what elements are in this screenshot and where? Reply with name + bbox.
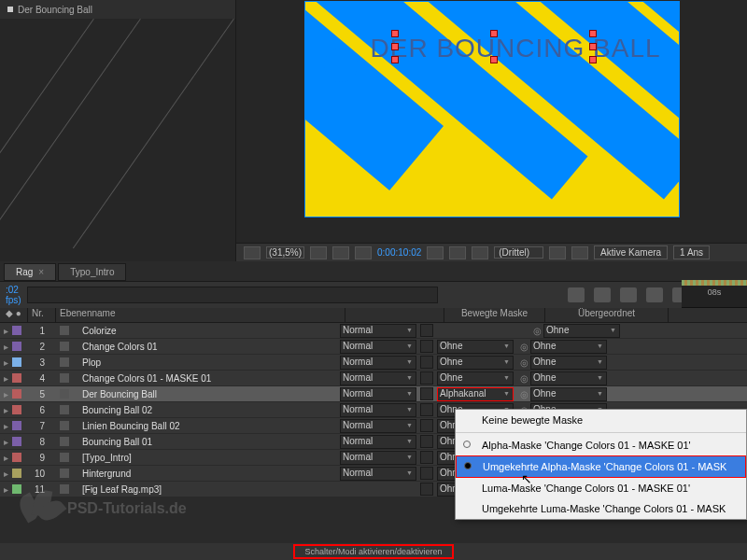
selection-handle-icon[interactable] (490, 56, 498, 63)
selection-handle-icon[interactable] (589, 43, 597, 50)
dropdown-option[interactable]: Umgekehrte Luma-Maske 'Change Colors 01 … (456, 498, 746, 519)
trk-check[interactable] (420, 340, 433, 353)
trk-check[interactable] (420, 435, 433, 448)
col-name[interactable]: Ebenenname (56, 308, 345, 322)
label-color[interactable] (12, 453, 21, 462)
pickwhip-icon[interactable]: ◎ (517, 342, 530, 352)
trk-check[interactable] (420, 387, 433, 400)
layer-row[interactable]: ▸ 1 Colorize Normal ◎ Ohne (0, 323, 747, 339)
dropdown-option[interactable]: Umgekehrte Alpha-Maske 'Change Colors 01… (456, 455, 746, 478)
tab-rag[interactable]: Rag× (4, 263, 56, 281)
layer-row[interactable]: ▸ 5 Der Bouncing Ball Normal Alphakanal … (0, 386, 747, 402)
trk-check[interactable] (420, 371, 433, 385)
trk-check[interactable] (420, 451, 433, 464)
mask-icon[interactable] (310, 246, 327, 259)
camera-dropdown[interactable]: Aktive Kamera (594, 245, 668, 259)
label-color[interactable] (12, 326, 21, 335)
resolution-dropdown[interactable]: (Drittel) (494, 246, 543, 259)
time-ruler[interactable]: 08s (682, 280, 747, 308)
trkmat-dropdown[interactable]: Ohne (437, 340, 514, 354)
zoom-dropdown[interactable]: (31,5%) (266, 246, 304, 259)
label-color[interactable] (12, 437, 21, 446)
views-dropdown[interactable]: 1 Ans (673, 245, 710, 259)
dropdown-option[interactable]: Luma-Maske 'Change Colors 01 - MASKE 01' (456, 478, 746, 498)
parent-dropdown[interactable]: Ohne (530, 356, 607, 370)
toggle-switches-button[interactable]: Schalter/Modi aktivieren/deaktivieren (293, 544, 453, 559)
transparency-icon[interactable] (355, 246, 372, 259)
mode-dropdown[interactable]: Normal (340, 403, 416, 417)
label-color[interactable] (12, 389, 21, 399)
pickwhip-icon[interactable]: ◎ (517, 373, 530, 384)
twirl-icon[interactable]: ▸ (0, 357, 11, 368)
selection-handle-icon[interactable] (391, 56, 399, 63)
mode-dropdown[interactable]: Normal (340, 467, 416, 481)
channel-icon[interactable] (449, 246, 466, 259)
parent-dropdown[interactable]: Ohne (530, 340, 607, 354)
twirl-icon[interactable]: ▸ (0, 469, 11, 479)
twirl-icon[interactable]: ▸ (0, 326, 11, 336)
label-color[interactable] (12, 373, 21, 383)
motion-blur-icon[interactable] (646, 287, 663, 302)
label-color[interactable] (12, 405, 21, 414)
label-color[interactable] (12, 469, 21, 478)
draft3d-icon[interactable] (594, 287, 611, 302)
trkmat-dropdown[interactable]: Ohne (437, 371, 514, 385)
timecode-display[interactable]: 0:00:10:02 (377, 247, 421, 258)
layer-name[interactable]: Linien Bouncing Ball 02 (78, 421, 340, 431)
twirl-icon[interactable]: ▸ (0, 342, 11, 352)
dropdown-option[interactable]: Keine bewegte Maske (456, 410, 746, 430)
pickwhip-icon[interactable]: ◎ (530, 326, 543, 336)
selection-handle-icon[interactable] (391, 30, 399, 37)
mode-dropdown[interactable]: Normal (340, 371, 416, 385)
roi-icon[interactable] (332, 246, 349, 259)
grid-icon[interactable] (244, 246, 261, 259)
selection-handle-icon[interactable] (589, 56, 597, 63)
grid-toggle-icon[interactable] (571, 246, 588, 259)
trk-check[interactable] (420, 467, 433, 480)
guides-icon[interactable] (549, 246, 566, 259)
frame-blend-icon[interactable] (620, 287, 637, 302)
color-mgmt-icon[interactable] (472, 246, 488, 259)
mode-dropdown[interactable]: Normal (340, 435, 416, 449)
layer-name[interactable]: Colorize (78, 326, 340, 336)
layer-name[interactable]: Change Colors 01 (78, 342, 340, 352)
tab-typo-intro[interactable]: Typo_Intro (58, 263, 126, 281)
mode-dropdown[interactable]: Normal (340, 356, 416, 370)
twirl-icon[interactable]: ▸ (0, 373, 11, 384)
trkmat-dropdown[interactable]: Ohne (437, 356, 514, 370)
project-tab[interactable]: Der Bouncing Ball (0, 0, 235, 19)
label-color[interactable] (12, 357, 21, 367)
layer-row[interactable]: ▸ 4 Change Colors 01 - MASKE 01 Normal O… (0, 371, 747, 386)
layer-row[interactable]: ▸ 3 Plop Normal Ohne ◎ Ohne (0, 355, 747, 371)
layer-name[interactable]: Der Bouncing Ball (78, 389, 340, 399)
pickwhip-icon[interactable]: ◎ (517, 357, 530, 368)
mode-dropdown[interactable]: Normal (340, 387, 416, 401)
mode-dropdown[interactable]: Normal (340, 451, 416, 465)
trk-check[interactable] (420, 483, 433, 496)
layer-name[interactable]: Bouncing Ball 02 (78, 405, 340, 415)
layer-name[interactable]: Bouncing Ball 01 (78, 437, 340, 447)
selection-handle-icon[interactable] (589, 30, 597, 37)
twirl-icon[interactable]: ▸ (0, 453, 11, 463)
layer-name[interactable]: [Typo_Intro] (78, 453, 340, 463)
pickwhip-icon[interactable]: ◎ (517, 389, 530, 399)
viewer-canvas[interactable]: DER BOUNCING BALL (305, 2, 679, 217)
dropdown-option[interactable]: Alpha-Maske 'Change Colors 01 - MASKE 01… (456, 435, 746, 455)
twirl-icon[interactable]: ▸ (0, 389, 11, 399)
label-color[interactable] (12, 421, 21, 430)
composition-viewer[interactable]: DER BOUNCING BALL (31,5%) 0:00:10:02 (Dr… (236, 0, 747, 261)
layer-name[interactable]: Change Colors 01 - MASKE 01 (78, 373, 340, 384)
layer-name[interactable]: Plop (78, 357, 340, 368)
snapshot-icon[interactable] (427, 246, 444, 259)
twirl-icon[interactable]: ▸ (0, 421, 11, 431)
trk-check[interactable] (420, 419, 433, 432)
mode-dropdown[interactable]: Normal (340, 340, 416, 354)
selection-handle-icon[interactable] (490, 30, 498, 37)
trk-check[interactable] (420, 356, 433, 369)
trk-check[interactable] (420, 403, 433, 416)
mode-dropdown[interactable]: Normal (340, 324, 416, 338)
label-color[interactable] (12, 342, 21, 351)
parent-dropdown[interactable]: Ohne (530, 387, 607, 401)
close-tab-icon[interactable]: × (38, 267, 44, 277)
twirl-icon[interactable]: ▸ (0, 484, 11, 495)
